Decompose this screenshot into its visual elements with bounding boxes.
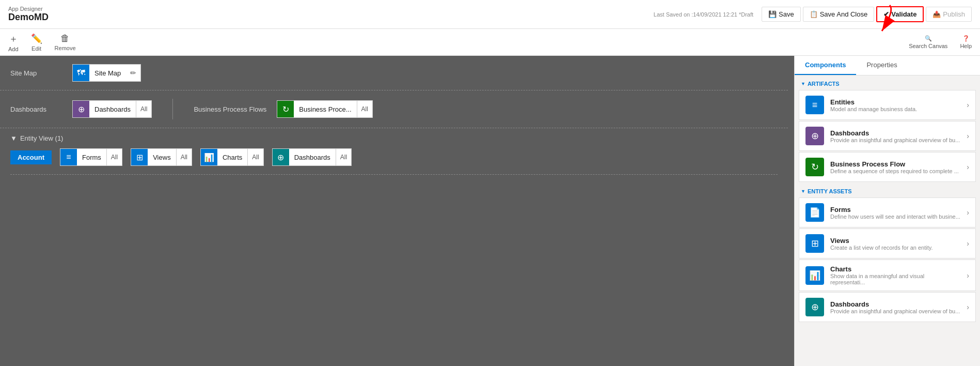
entity-items-row: Account ≡ Forms All ⊞ Views All 📊 Charts (10, 148, 778, 175)
views-module-name: Views (148, 154, 176, 161)
entities-desc: Model and manage business data. (830, 106, 960, 112)
dashboards-section: Dashboards ⊕ Dashboards All Business Pro… (0, 90, 788, 128)
panel-item-bpf[interactable]: ↻ Business Process Flow Define a sequenc… (799, 152, 976, 182)
top-bar-actions: Last Saved on :14/09/2021 12:21 *Draft 💾… (654, 6, 972, 22)
charts-module-box[interactable]: 📊 Charts All (200, 148, 264, 166)
save-label: Save (779, 10, 794, 18)
panel-item-views[interactable]: ⊞ Views Create a list view of records fo… (799, 228, 976, 258)
tab-properties[interactable]: Properties (856, 56, 907, 75)
search-icon: 🔍 (925, 35, 932, 42)
search-canvas-tool[interactable]: 🔍 Search Canvas (909, 35, 947, 49)
remove-label: Remove (55, 45, 76, 51)
panel-item-dashboards[interactable]: ⊕ Dashboards Provide an insightful and g… (799, 121, 976, 151)
forms-module-icon: ≡ (60, 149, 77, 165)
help-tool[interactable]: ❓ Help (960, 35, 972, 49)
add-tool[interactable]: ＋ Add (8, 33, 19, 52)
dashboards-panel-desc: Provide an insightful and graphical over… (830, 137, 960, 143)
dashboards-panel-text: Dashboards Provide an insightful and gra… (830, 129, 960, 143)
charts-module-name: Charts (217, 154, 247, 161)
ea-dashboards-panel-icon: ⊕ (805, 298, 824, 316)
dashboards-all-btn[interactable]: All (136, 101, 151, 117)
panel-item-charts[interactable]: 📊 Charts Show data in a meaningful and v… (799, 260, 976, 291)
dashboards-panel-icon: ⊕ (805, 127, 824, 145)
panel-item-entities[interactable]: ≡ Entities Model and manage business dat… (799, 90, 976, 120)
panel-item-forms[interactable]: 📄 Forms Define how users will see and in… (799, 197, 976, 227)
artifacts-section-title: ARTIFACTS (795, 75, 980, 89)
charts-module-icon: 📊 (201, 149, 217, 165)
dashboards-module-name: Dashboards (89, 105, 136, 113)
help-icon: ❓ (962, 35, 970, 42)
site-map-box[interactable]: 🗺 Site Map ✏ (72, 64, 141, 82)
entity-view-chevron-icon: ▼ (10, 134, 17, 142)
validate-icon: ✔ (883, 10, 889, 18)
bpf-module-name: Business Proce... (294, 105, 356, 113)
forms-panel-desc: Define how users will see and interact w… (830, 213, 960, 220)
help-label: Help (960, 43, 972, 49)
forms-module-name: Forms (77, 154, 106, 161)
entity-dashboards-all-btn[interactable]: All (336, 149, 351, 165)
dashboards-panel-title: Dashboards (830, 129, 960, 137)
charts-panel-desc: Show data in a meaningful and visual rep… (830, 273, 960, 285)
save-and-close-button[interactable]: 📋 Save And Close (803, 7, 875, 22)
forms-arrow-icon: › (967, 208, 969, 217)
entities-title: Entities (830, 98, 960, 106)
add-label: Add (8, 46, 19, 52)
bpf-panel-icon: ↻ (805, 158, 824, 176)
entity-assets-section-title: ENTITY ASSETS (795, 183, 980, 196)
entity-view-section: ▼ Entity View (1) Account ≡ Forms All ⊞ … (0, 128, 788, 175)
views-panel-text: Views Create a list view of records for … (830, 237, 960, 251)
ea-dashboards-arrow-icon: › (967, 303, 969, 311)
toolbar-right: 🔍 Search Canvas ❓ Help (909, 35, 972, 49)
site-map-edit-icon[interactable]: ✏ (126, 69, 140, 77)
bpf-module-box[interactable]: ↻ Business Proce... All (277, 100, 373, 118)
publish-label: Publish (943, 10, 965, 18)
save-close-label: Save And Close (820, 10, 868, 18)
entity-dashboards-module-box[interactable]: ⊕ Dashboards All (272, 148, 352, 166)
bpf-panel-title: Business Process Flow (830, 160, 960, 168)
bpf-arrow-icon: › (967, 163, 969, 171)
app-designer-label: App Designer (8, 6, 49, 12)
app-name: DemoMD (8, 12, 49, 23)
site-map-section-label: Site Map (10, 69, 62, 77)
entity-view-label: Entity View (1) (20, 134, 64, 142)
dashboards-arrow-icon: › (967, 132, 969, 140)
forms-module-box[interactable]: ≡ Forms All (60, 148, 122, 166)
entity-dashboards-module-icon: ⊕ (273, 149, 289, 165)
canvas-inner: Site Map 🗺 Site Map ✏ Dashboards ⊕ Dashb… (0, 56, 788, 175)
forms-all-btn[interactable]: All (106, 149, 122, 165)
panel-item-ea-dashboards[interactable]: ⊕ Dashboards Provide an insightful and g… (799, 292, 976, 322)
edit-label: Edit (31, 45, 41, 52)
edit-tool[interactable]: ✏️ Edit (31, 33, 42, 52)
save-button[interactable]: 💾 Save (762, 7, 801, 22)
forms-panel-icon: 📄 (805, 203, 824, 222)
views-arrow-icon: › (967, 239, 969, 248)
site-map-icon: 🗺 (73, 65, 89, 81)
bpf-panel-text: Business Process Flow Define a sequence … (830, 160, 960, 174)
ea-dashboards-panel-title: Dashboards (830, 300, 960, 308)
ea-dashboards-panel-desc: Provide an insightful and graphical over… (830, 308, 960, 314)
publish-button[interactable]: 📤 Publish (926, 7, 972, 22)
account-tag[interactable]: Account (10, 150, 52, 164)
entities-text: Entities Model and manage business data. (830, 98, 960, 112)
edit-icon: ✏️ (31, 33, 42, 44)
charts-all-btn[interactable]: All (247, 149, 263, 165)
forms-panel-text: Forms Define how users will see and inte… (830, 206, 960, 220)
bpf-module-icon: ↻ (277, 101, 294, 117)
main-layout: Site Map 🗺 Site Map ✏ Dashboards ⊕ Dashb… (0, 56, 980, 366)
validate-button[interactable]: ✔ Validate (876, 6, 924, 22)
remove-tool[interactable]: 🗑 Remove (55, 33, 76, 51)
tab-components[interactable]: Components (795, 56, 856, 75)
views-panel-desc: Create a list view of records for an ent… (830, 245, 960, 251)
canvas: Site Map 🗺 Site Map ✏ Dashboards ⊕ Dashb… (0, 56, 794, 366)
bpf-section-label: Business Process Flows (194, 105, 266, 113)
charts-panel-text: Charts Show data in a meaningful and vis… (830, 265, 960, 285)
views-all-btn[interactable]: All (176, 149, 192, 165)
panel-tabs: Components Properties (795, 56, 980, 75)
top-bar: App Designer DemoMD Last Saved on :14/09… (0, 0, 980, 29)
views-module-icon: ⊞ (131, 149, 148, 165)
views-module-box[interactable]: ⊞ Views All (131, 148, 192, 166)
entity-view-header: ▼ Entity View (1) (10, 134, 778, 142)
views-panel-icon: ⊞ (805, 234, 824, 253)
dashboards-module-box[interactable]: ⊕ Dashboards All (72, 100, 152, 118)
bpf-all-btn[interactable]: All (357, 101, 372, 117)
